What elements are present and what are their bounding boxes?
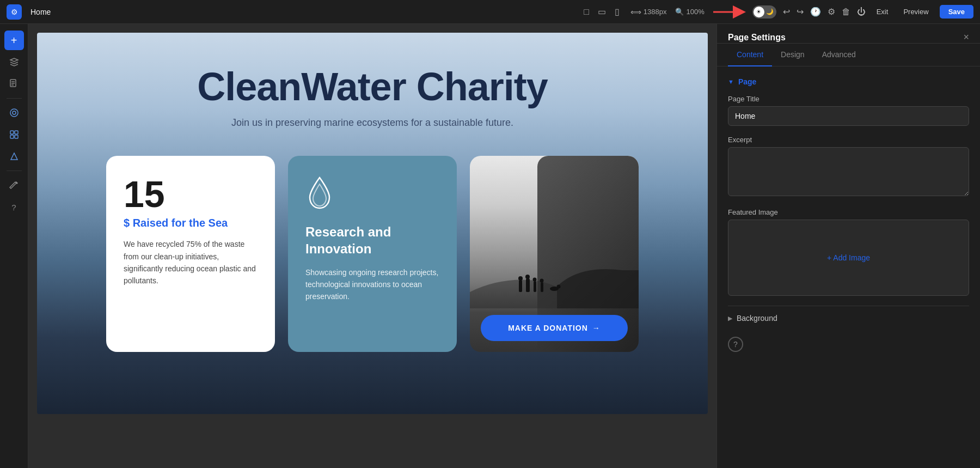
page-content: CleanWater Charity Join us in preserving… (37, 33, 708, 385)
width-icon: ⟺ (630, 8, 641, 16)
elements-icon (9, 108, 19, 118)
svg-rect-13 (526, 278, 530, 292)
templates-icon (9, 130, 19, 139)
background-accordion-header[interactable]: ▶ Background (728, 306, 969, 330)
sidebar-item-help[interactable]: ? (4, 197, 24, 217)
sidebar-item-pages[interactable] (4, 74, 24, 94)
panel-header: Page Settings × (717, 24, 980, 44)
preview-button[interactable]: Preview (899, 5, 933, 18)
cards-row: 15 $ Raised for the Sea We have recycled… (59, 156, 686, 352)
excerpt-label: Excerpt (728, 136, 969, 144)
svg-rect-8 (15, 131, 18, 134)
featured-image-box[interactable]: + Add Image (728, 220, 969, 296)
add-image-button[interactable]: + Add Image (827, 253, 870, 262)
dark-light-toggle[interactable]: ☀ 🌙 (752, 5, 776, 19)
canvas-width: ⟺ 1388px (630, 8, 667, 16)
hero-title: CleanWater Charity (59, 65, 686, 108)
help-icon: ? (733, 340, 738, 349)
make-donation-button[interactable]: MAKE A DONATION → (481, 315, 628, 341)
card-research-title: Research and Innovation (305, 223, 439, 257)
exit-button[interactable]: Exit (872, 5, 893, 18)
donation-btn-label: MAKE A DONATION (508, 324, 588, 332)
app-logo[interactable]: ⚙ (7, 4, 22, 20)
hero-subtitle: Join us in preserving marine ecosystems … (59, 117, 686, 129)
undo-button[interactable]: ↩ (783, 7, 790, 17)
device-switcher: □ ▭ ▯ (581, 4, 622, 19)
tablet-device-btn[interactable]: ▭ (596, 4, 608, 19)
donation-arrow-icon: → (592, 324, 601, 332)
tab-advanced[interactable]: Advanced (813, 44, 865, 66)
page-accordion-section: ▼ Page Page Title Excerpt Featured Image (728, 77, 969, 296)
sidebar-item-layers[interactable] (4, 52, 24, 72)
tab-design[interactable]: Design (772, 44, 813, 66)
pages-icon (9, 79, 19, 89)
mobile-device-btn[interactable]: ▯ (612, 4, 622, 19)
widgets-icon (9, 151, 19, 161)
svg-rect-15 (534, 281, 536, 292)
svg-rect-10 (15, 135, 18, 138)
sidebar-item-elements[interactable] (4, 103, 24, 123)
tools-icon (9, 180, 19, 190)
add-image-icon: + (827, 253, 831, 262)
responsive-settings-button[interactable]: ⚙ (828, 7, 835, 17)
svg-point-16 (533, 278, 537, 282)
sidebar-item-widgets[interactable] (4, 147, 24, 166)
power-button[interactable]: ⏻ (857, 7, 866, 17)
svg-point-6 (13, 111, 16, 114)
canvas-area: CleanWater Charity Join us in preserving… (28, 24, 716, 468)
top-bar: ⚙ Home □ ▭ ▯ ⟺ 1388px 🔍 100% (0, 0, 980, 24)
page-accordion-label: Page (738, 77, 756, 86)
sidebar-item-add[interactable]: + (4, 31, 24, 50)
right-panel: Page Settings × Content Design Advanced … (716, 24, 980, 468)
page-title-group: Page Title (728, 95, 969, 126)
tab-content[interactable]: Content (728, 44, 772, 66)
landscape-svg (470, 243, 639, 308)
svg-rect-11 (519, 280, 522, 292)
page-title-input[interactable] (728, 106, 969, 126)
sun-icon: ☀ (756, 9, 761, 15)
svg-point-20 (557, 285, 561, 289)
page-name: Home (30, 8, 51, 16)
page-title-label: Page Title (728, 95, 969, 103)
excerpt-textarea[interactable] (728, 147, 969, 196)
sidebar-item-tools[interactable] (4, 175, 24, 195)
sidebar-divider-1 (7, 98, 22, 99)
delete-button[interactable]: 🗑 (842, 7, 850, 17)
page-accordion-header[interactable]: ▼ Page (728, 77, 969, 86)
card-number: 15 (124, 175, 258, 212)
landscape-layer (470, 243, 639, 308)
gear-icon: ⚙ (11, 8, 18, 16)
help-button[interactable]: ? (728, 337, 743, 352)
card-raised-body: We have recycled 75% of the waste from o… (124, 238, 258, 287)
card-research-body: Showcasing ongoing research projects, te… (305, 266, 439, 303)
toggle-knob: ☀ (754, 7, 764, 17)
moon-icon: 🌙 (766, 8, 774, 15)
svg-rect-7 (10, 131, 14, 134)
svg-rect-9 (10, 135, 14, 138)
indicator-arrow (713, 5, 746, 19)
svg-point-18 (540, 279, 544, 283)
featured-image-label: Featured Image (728, 208, 969, 216)
canvas-wrapper: CleanWater Charity Join us in preserving… (28, 24, 716, 468)
svg-point-12 (518, 276, 523, 281)
drop-icon-wrapper (305, 175, 334, 212)
svg-point-5 (10, 109, 18, 117)
excerpt-group: Excerpt (728, 136, 969, 198)
donation-btn-wrapper: MAKE A DONATION → (470, 304, 639, 352)
canvas-zoom: 🔍 100% (675, 8, 704, 16)
sidebar-item-templates[interactable] (4, 125, 24, 144)
featured-image-group: Featured Image + Add Image (728, 208, 969, 296)
panel-close-button[interactable]: × (963, 32, 969, 43)
card-raised-subtitle: $ Raised for the Sea (124, 217, 258, 229)
left-sidebar: + (0, 24, 28, 468)
desktop-device-btn[interactable]: □ (581, 5, 591, 19)
redo-button[interactable]: ↪ (797, 7, 804, 17)
zoom-icon: 🔍 (675, 8, 684, 16)
top-bar-actions: ☀ 🌙 ↩ ↪ 🕐 ⚙ 🗑 ⏻ Exit Preview Save (713, 5, 973, 19)
history-button[interactable]: 🕐 (810, 7, 821, 17)
page-accordion-chevron: ▼ (728, 78, 734, 85)
background-accordion-label: Background (737, 314, 777, 323)
drop-icon (305, 175, 334, 210)
save-button[interactable]: Save (940, 5, 973, 19)
panel-title: Page Settings (728, 33, 786, 42)
